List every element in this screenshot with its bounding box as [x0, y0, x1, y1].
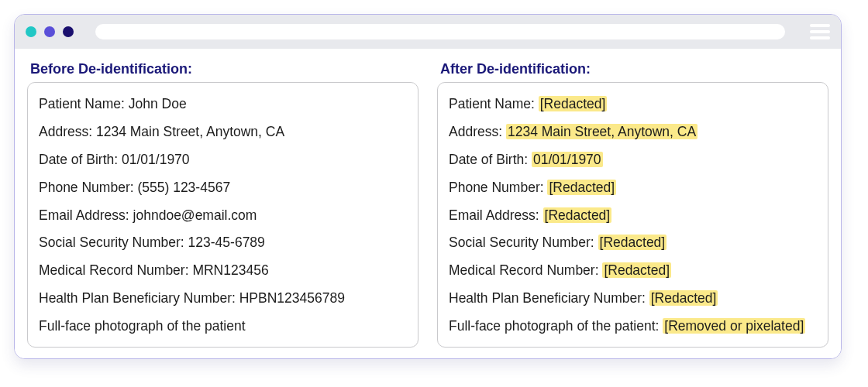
before-column: Before De-identification: Patient Name: …: [27, 61, 418, 348]
after-row: Social Security Number: [Redacted]: [449, 229, 817, 257]
after-row: Medical Record Number: [Redacted]: [449, 257, 817, 285]
menu-icon[interactable]: [810, 24, 830, 39]
after-row-value: [Redacted]: [543, 207, 612, 223]
before-row-value: johndoe@email.com: [133, 207, 257, 223]
after-row-value: [Removed or pixelated]: [663, 318, 805, 334]
browser-window: Before De-identification: Patient Name: …: [14, 14, 842, 359]
after-row-value: [Redacted]: [539, 96, 608, 111]
before-row: Social Security Number: 123-45-6789: [39, 229, 407, 257]
before-row-value: (555) 123-4567: [137, 180, 230, 195]
window-dot-2: [44, 26, 55, 37]
after-row-value: [Redacted]: [649, 290, 718, 306]
after-row: Email Address: [Redacted]: [449, 202, 817, 230]
after-row-label: Social Security Number:: [449, 235, 598, 250]
before-row-label: Full-face photograph of the patient: [39, 318, 246, 334]
before-row-value: MRN123456: [192, 262, 268, 278]
after-row: Patient Name: [Redacted]: [449, 91, 817, 118]
before-row-value: 01/01/1970: [122, 152, 190, 167]
before-row-label: Social Security Number:: [39, 235, 188, 250]
after-row-value: 1234 Main Street, Anytown, CA: [506, 124, 698, 139]
before-panel: Patient Name: John DoeAddress: 1234 Main…: [27, 82, 418, 348]
before-row-label: Phone Number:: [39, 180, 137, 195]
before-title: Before De-identification:: [30, 61, 418, 77]
after-row: Phone Number: [Redacted]: [449, 174, 817, 202]
before-row-label: Email Address:: [39, 207, 133, 223]
after-row: Full-face photograph of the patient: [Re…: [449, 313, 817, 341]
before-row: Phone Number: (555) 123-4567: [39, 174, 407, 202]
window-dot-1: [26, 26, 36, 37]
before-row-label: Date of Birth:: [39, 152, 122, 167]
after-row-value: [Redacted]: [598, 235, 667, 250]
before-row: Email Address: johndoe@email.com: [39, 202, 407, 230]
after-row-label: Medical Record Number:: [449, 262, 602, 278]
after-row-value: 01/01/1970: [532, 152, 603, 167]
after-row-label: Health Plan Beneficiary Number:: [449, 290, 649, 306]
after-row: Address: 1234 Main Street, Anytown, CA: [449, 118, 817, 146]
before-row-label: Patient Name:: [39, 96, 129, 111]
before-row-label: Health Plan Beneficiary Number:: [39, 290, 239, 306]
before-row-value: 1234 Main Street, Anytown, CA: [96, 124, 284, 139]
after-panel: Patient Name: [Redacted]Address: 1234 Ma…: [437, 82, 828, 348]
before-row: Medical Record Number: MRN123456: [39, 257, 407, 285]
before-row: Address: 1234 Main Street, Anytown, CA: [39, 118, 407, 146]
after-row: Health Plan Beneficiary Number: [Redacte…: [449, 285, 817, 313]
after-row-label: Date of Birth:: [449, 152, 532, 167]
before-row-label: Address:: [39, 124, 96, 139]
before-row: Health Plan Beneficiary Number: HPBN1234…: [39, 285, 407, 313]
before-row-value: HPBN123456789: [239, 290, 345, 306]
after-column: After De-identification: Patient Name: […: [437, 61, 828, 348]
after-row-label: Email Address:: [449, 207, 543, 223]
after-row: Date of Birth: 01/01/1970: [449, 146, 817, 174]
before-row: Full-face photograph of the patient: [39, 313, 407, 341]
content-area: Before De-identification: Patient Name: …: [15, 49, 841, 358]
after-title: After De-identification:: [440, 61, 828, 77]
after-row-label: Patient Name:: [449, 96, 539, 111]
after-row-value: [Redacted]: [547, 180, 616, 195]
before-row-value: John Doe: [129, 96, 187, 111]
after-row-label: Full-face photograph of the patient:: [449, 318, 663, 334]
window-dot-3: [63, 26, 74, 37]
address-bar[interactable]: [95, 24, 785, 39]
before-row: Patient Name: John Doe: [39, 91, 407, 118]
after-row-label: Address:: [449, 124, 506, 139]
window-titlebar: [15, 15, 841, 49]
before-row-label: Medical Record Number:: [39, 262, 192, 278]
before-row-value: 123-45-6789: [188, 235, 265, 250]
after-row-value: [Redacted]: [602, 262, 671, 278]
before-row: Date of Birth: 01/01/1970: [39, 146, 407, 174]
after-row-label: Phone Number:: [449, 180, 547, 195]
